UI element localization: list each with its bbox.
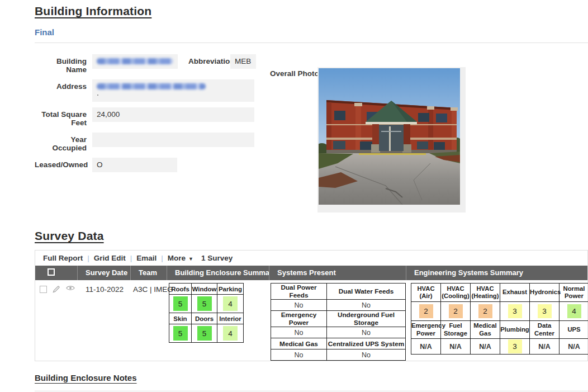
- redacted-address: [97, 83, 206, 89]
- score-chip: 4: [223, 326, 238, 341]
- redacted-building-name: [97, 58, 173, 64]
- enclosure-header-cell: Window: [192, 284, 217, 295]
- enclosure-header-cell: Doors: [192, 313, 217, 324]
- enclosure-score-cell: 5: [192, 295, 217, 313]
- engineering-score-cell: 3: [500, 339, 530, 355]
- score-chip: 2: [478, 304, 492, 318]
- engineering-header-cell: Normal Power: [559, 284, 588, 302]
- survey-date-column-header: Survey Date: [77, 266, 130, 280]
- score-chip: 5: [173, 326, 188, 341]
- building-name-field: [92, 54, 178, 69]
- engineering-score-cell: 4: [559, 302, 588, 321]
- engineering-header-cell: Emergency Power: [411, 321, 441, 339]
- systems-column-header: Systems Present: [269, 266, 406, 280]
- systems-header-cell: Medical Gas: [271, 338, 327, 350]
- grid-edit-link[interactable]: Grid Edit: [94, 254, 126, 262]
- score-chip: 4: [223, 296, 238, 311]
- grid-header-row: Survey Date Team Building Enclosure Summ…: [35, 266, 587, 280]
- enclosure-score-cell: 4: [217, 324, 244, 343]
- address-field: [92, 79, 254, 102]
- edit-pencil-icon[interactable]: [52, 285, 61, 294]
- systems-header-cell: Underground Fuel Storage: [327, 311, 406, 327]
- building-photo[interactable]: [317, 67, 466, 212]
- score-chip: 3: [508, 304, 522, 318]
- engineering-header-cell: UPS: [559, 321, 588, 339]
- systems-value-cell: No: [271, 350, 327, 361]
- score-chip: 2: [449, 304, 463, 318]
- form-row-leased-owned: Leased/Owned O: [35, 158, 588, 172]
- engineering-header-cell: Medical Gas: [471, 321, 500, 339]
- year-occupied-field: [92, 133, 254, 147]
- building-enclosure-notes-title: Building Enclosure Notes: [35, 373, 588, 382]
- select-all-checkbox[interactable]: [48, 268, 55, 276]
- systems-value-cell: No: [271, 300, 327, 311]
- overall-photos-label: Overall Photos: [270, 69, 323, 78]
- systems-header-cell: Dual Power Feeds: [271, 284, 327, 300]
- engineering-header-cell: HVAC (Heating): [471, 284, 500, 302]
- enclosure-summary-cell: Roofs Window Parking 5 5 4 Skin Doors In…: [167, 280, 269, 343]
- systems-header-cell: Emergency Power: [271, 311, 327, 327]
- leased-owned-field: O: [92, 158, 177, 172]
- systems-value-cell: No: [327, 300, 406, 311]
- systems-present-table: Dual Power Feeds Dual Water Feeds No No …: [271, 283, 406, 361]
- enclosure-header-cell: Skin: [169, 313, 192, 324]
- form-row-address: Address: [35, 79, 588, 102]
- score-chip: 2: [419, 304, 433, 318]
- enclosure-score-cell: 5: [192, 324, 217, 343]
- survey-toolbar: Full Report | Grid Edit | Email | More▼ …: [35, 251, 587, 266]
- toolbar-separator: |: [161, 254, 163, 262]
- row-checkbox[interactable]: [40, 286, 47, 293]
- engineering-score-cell: N/A: [411, 339, 441, 355]
- score-chip: 3: [508, 339, 522, 353]
- enclosure-score-cell: 5: [169, 324, 192, 343]
- score-chip: 5: [197, 296, 212, 311]
- total-square-feet-label: Total Square Feet: [35, 107, 87, 127]
- survey-count: 1 Survey: [201, 254, 233, 262]
- address-label: Address: [35, 79, 87, 91]
- page: Building Information Final Building Name…: [0, 0, 588, 392]
- enclosure-header-cell: Parking: [217, 284, 244, 295]
- building-photo-image: [319, 68, 460, 205]
- engineering-score-cell: 2: [411, 302, 441, 321]
- systems-header-cell: Dual Water Feeds: [327, 284, 406, 300]
- engineering-score-cell: 3: [530, 302, 559, 321]
- engineering-summary-cell: HVAC (Air) HVAC (Cooling) HVAC (Heating)…: [406, 280, 588, 355]
- table-row: 11-10-2022 A3C | IMEG Roofs Window Parki…: [35, 280, 587, 361]
- engineering-header-cell: HVAC (Cooling): [441, 284, 471, 302]
- systems-value-cell: No: [271, 327, 327, 338]
- survey-grid: Full Report | Grid Edit | Email | More▼ …: [35, 250, 588, 361]
- engineering-score-cell: N/A: [530, 339, 559, 355]
- chevron-down-icon: ▼: [188, 256, 193, 262]
- engineering-header-cell: HVAC (Air): [411, 284, 441, 302]
- systems-header-cell: Centralized UPS System: [327, 338, 406, 350]
- row-controls: [35, 280, 77, 294]
- full-report-link[interactable]: Full Report: [43, 254, 83, 262]
- engineering-score-cell: 2: [441, 302, 471, 321]
- enclosure-score-cell: 5: [169, 295, 192, 313]
- view-eye-icon[interactable]: [66, 285, 75, 294]
- survey-date-value: 11-10-2022: [77, 280, 130, 294]
- form-status-row: Final: [35, 27, 588, 43]
- team-column-header: Team: [130, 266, 167, 280]
- enclosure-header-cell: Roofs: [169, 284, 192, 295]
- engineering-score-cell: 3: [500, 302, 530, 321]
- select-all-column-header: [35, 266, 77, 280]
- engineering-score-cell: 2: [471, 302, 500, 321]
- more-menu-button[interactable]: More▼: [168, 254, 193, 262]
- form-row-total-square-feet: Total Square Feet 24,000: [35, 107, 588, 127]
- building-information-title: Building Information: [35, 4, 588, 18]
- engineering-header-cell: Data Center: [530, 321, 559, 339]
- building-name-label: Building Name: [35, 54, 87, 74]
- systems-value-cell: No: [327, 327, 406, 338]
- score-chip: 3: [538, 304, 552, 318]
- email-link[interactable]: Email: [136, 254, 157, 262]
- form-row-year-occupied: Year Occupied: [35, 133, 588, 152]
- enclosure-score-cell: 4: [217, 295, 244, 313]
- engineering-score-cell: N/A: [559, 339, 588, 355]
- engineering-header-cell: Plumbing: [500, 321, 530, 339]
- total-square-feet-field: 24,000: [92, 107, 254, 122]
- score-chip: 5: [173, 296, 188, 311]
- year-occupied-label: Year Occupied: [35, 133, 87, 152]
- engineering-summary-table: HVAC (Air) HVAC (Cooling) HVAC (Heating)…: [411, 283, 588, 355]
- toolbar-separator: |: [87, 254, 89, 262]
